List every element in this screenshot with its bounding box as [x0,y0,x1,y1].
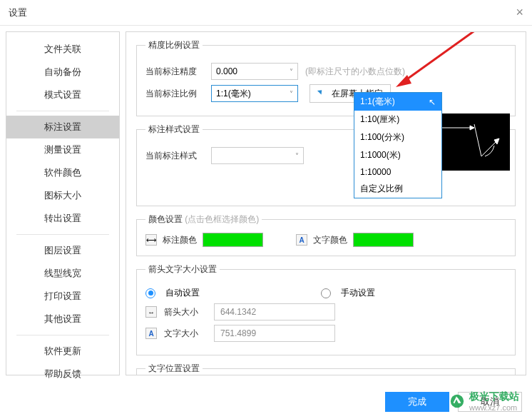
auto-radio-label: 自动设置 [165,287,200,299]
sidebar-item-other[interactable]: 其他设置 [6,308,119,330]
color-group: 颜色设置 (点击色框选择颜色) ⟷ 标注颜色 A 文字颜色 [136,213,516,256]
cancel-button[interactable]: 取消 [458,392,522,412]
sidebar-item-auto-backup[interactable]: 自动备份 [6,61,119,84]
precision-label: 当前标注精度 [145,66,204,78]
chevron-down-icon: ˅ [295,152,299,160]
text-icon: A [296,234,307,246]
precision-hint: (即标注尺寸的小数点位数) [305,66,405,78]
dropdown-item[interactable]: 自定义比例 [354,180,441,198]
dropdown-item[interactable]: 1:1(毫米)↖ [354,93,441,111]
sidebar-item-color[interactable]: 软件颜色 [6,161,119,184]
precision-legend: 精度比例设置 [145,39,203,51]
arrow-size-label: 箭头大小 [164,306,207,318]
mark-color-swatch[interactable] [203,233,263,247]
arrow-group: 箭头文字大小设置 自动设置 手动设置 ↔ 箭头大小 A 文字大小 [136,263,516,355]
scale-label: 当前标注比例 [145,88,204,100]
chevron-down-icon: ˅ [290,90,293,98]
svg-marker-14 [494,138,499,144]
text-size-label: 文字大小 [164,328,207,340]
sidebar-separator [16,111,109,111]
dialog-footer: 完成 取消 [385,392,522,412]
dimension-icon: ⟷ [145,234,157,246]
dropdown-item[interactable]: 1:100(分米) [354,128,441,146]
dropdown-item[interactable]: 1:10000 [354,164,441,180]
precision-group: 精度比例设置 当前标注精度 0.000 ˅ (即标注尺寸的小数点位数) 当前标注… [136,39,516,116]
sidebar-item-annotation[interactable]: 标注设置 [6,116,119,138]
text-color-swatch[interactable] [353,233,414,247]
text-color-label: 文字颜色 [313,234,347,246]
precision-select[interactable]: 0.000 ˅ [211,63,298,80]
arrow-size-input[interactable] [214,303,335,320]
sidebar-item-linetype[interactable]: 线型线宽 [6,262,119,285]
arrow-size-icon: ↔ [145,306,157,318]
style-label: 当前标注样式 [145,150,204,162]
textpos-group: 文字位置设置 A 尺寸线上方 A 尺寸线中间 [136,363,516,375]
cursor-icon [317,89,327,99]
textpos-legend: 文字位置设置 [145,363,203,375]
dropdown-item[interactable]: 1:10(厘米) [354,111,441,128]
cursor-pointer-icon: ↖ [429,97,436,107]
arrow-legend: 箭头文字大小设置 [145,263,220,276]
dropdown-item[interactable]: 1:1000(米) [354,146,441,164]
chevron-down-icon: ˅ [290,68,293,76]
close-icon[interactable]: × [516,5,523,20]
window-title: 设置 [9,6,27,19]
svg-marker-4 [470,126,474,130]
svg-line-6 [474,124,481,156]
sidebar-item-layer[interactable]: 图层设置 [6,239,119,262]
sidebar-item-update[interactable]: 软件更新 [6,340,119,363]
color-legend: 颜色设置 (点击色框选择颜色) [145,213,262,226]
mark-color-label: 标注颜色 [163,234,197,246]
sidebar-item-print[interactable]: 打印设置 [6,285,119,308]
content-panel: 精度比例设置 当前标注精度 0.000 ˅ (即标注尺寸的小数点位数) 当前标注… [126,31,526,375]
style-select[interactable]: ˅ [211,147,304,164]
settings-sidebar: 文件关联 自动备份 模式设置 标注设置 测量设置 软件颜色 图标大小 转出设置 … [6,31,120,375]
sidebar-item-icon-size[interactable]: 图标大小 [6,184,119,207]
style-legend: 标注样式设置 [145,123,203,136]
auto-radio[interactable] [145,288,155,298]
sidebar-item-mode[interactable]: 模式设置 [6,84,119,106]
sidebar-item-file-assoc[interactable]: 文件关联 [6,38,119,61]
sidebar-item-export[interactable]: 转出设置 [6,207,119,230]
manual-radio-label: 手动设置 [341,287,375,299]
ok-button[interactable]: 完成 [385,392,449,412]
title-bar: 设置 × [0,0,532,26]
scale-dropdown[interactable]: 1:1(毫米)↖ 1:10(厘米) 1:100(分米) 1:1000(米) 1:… [354,92,442,198]
sidebar-item-feedback[interactable]: 帮助反馈 [6,363,119,385]
manual-radio[interactable] [321,288,331,298]
scale-select[interactable]: 1:1(毫米) ˅ [211,85,298,102]
sidebar-item-measure[interactable]: 测量设置 [6,138,119,161]
text-size-icon: A [145,328,157,339]
sidebar-separator [16,234,109,235]
text-size-input[interactable] [214,325,335,342]
sidebar-separator [16,335,109,335]
